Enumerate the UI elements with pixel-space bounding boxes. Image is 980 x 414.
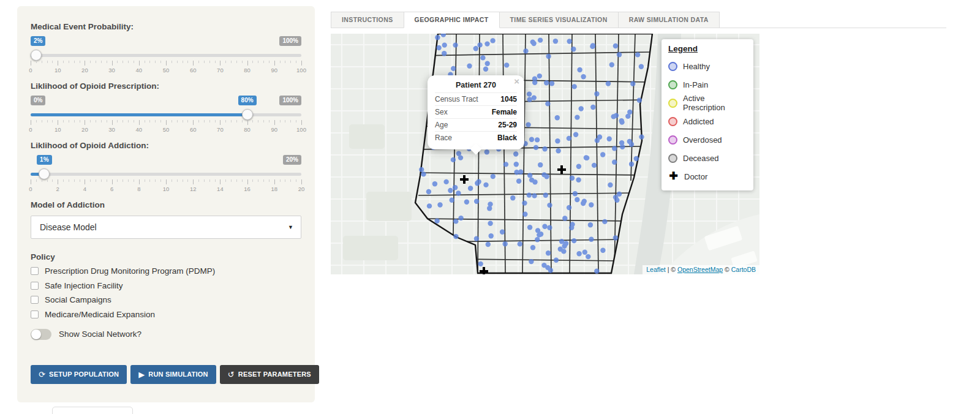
tab-geographic-impact[interactable]: GEOGRAPHIC IMPACT — [404, 12, 500, 28]
popup-close-icon[interactable]: × — [514, 77, 519, 86]
tab-raw-simulation-data[interactable]: RAW SIMULATION DATA — [618, 12, 720, 28]
legend-item-active-prescription: Active Prescription — [668, 94, 747, 112]
popup-row-sex: SexFemale — [435, 105, 517, 118]
legend-item-healthy: Healthy — [668, 57, 747, 75]
slider-value-badge: 80% — [238, 96, 257, 105]
tab-instructions[interactable]: INSTRUCTIONS — [331, 12, 404, 28]
show-social-network-toggle[interactable] — [31, 329, 51, 340]
chevron-down-icon: ▼ — [288, 224, 293, 230]
slider-track[interactable] — [31, 50, 301, 61]
run-simulation-button[interactable]: ▶ RUN SIMULATION — [130, 365, 216, 384]
healthy-circle-icon — [668, 62, 677, 71]
slider-label: Liklihood of Opioid Prescription: — [31, 81, 301, 91]
slider-opioid-addiction: Liklihood of Opioid Addiction: 0% 20% 1%… — [31, 141, 301, 192]
slider-medical-event-probability: Medical Event Probability: 0% 100% 2% 01… — [31, 22, 301, 73]
legend-item-deceased: Deceased — [668, 149, 747, 167]
popup-title: Patient 270 — [435, 81, 517, 89]
slider-ticks: 0102030405060708090100 — [31, 61, 301, 73]
legend-title: Legend — [668, 44, 747, 53]
checkbox-icon[interactable] — [31, 296, 39, 304]
play-icon: ▶ — [138, 370, 145, 379]
slider-max-badge: 100% — [279, 96, 301, 105]
checkbox-medicare-medicaid-expansion[interactable]: Medicare/Medicaid Expansion — [31, 310, 301, 319]
openstreetmap-link[interactable]: OpenStreetMap — [677, 266, 723, 273]
slider-min-badge: 0% — [31, 96, 45, 105]
legend-item-overdosed: Overdosed — [668, 130, 747, 149]
model-of-addiction-label: Model of Addiction — [31, 200, 301, 209]
show-social-network-row: Show Social Network? — [31, 329, 301, 340]
toggle-knob[interactable] — [31, 329, 41, 339]
leaflet-map[interactable]: × Patient 270 Census Tract1045 SexFemale… — [331, 34, 760, 274]
slider-track[interactable] — [31, 109, 301, 120]
cartodb-link[interactable]: CartoDB — [731, 266, 756, 273]
tab-time-series-visualization[interactable]: TIME SERIES VISUALIZATION — [499, 12, 619, 28]
slider-handle[interactable] — [31, 50, 42, 61]
undo-icon: ↺ — [228, 370, 235, 379]
popup-row-census-tract: Census Tract1045 — [435, 92, 517, 105]
checkbox-icon[interactable] — [31, 267, 39, 275]
action-buttons: ⟳ SETUP POPULATION ▶ RUN SIMULATION ↺ RE… — [31, 365, 301, 384]
refresh-icon: ⟳ — [39, 370, 45, 379]
slider-handle[interactable] — [242, 109, 253, 120]
active-prescription-circle-icon — [668, 99, 677, 108]
map-legend: Legend Healthy In-Pain Active Prescripti… — [662, 39, 753, 190]
popup-row-race: RaceBlack — [435, 131, 517, 144]
in-pain-circle-icon — [668, 80, 677, 89]
policy-checkbox-group: Prescription Drug Monitoring Program (PD… — [31, 266, 301, 319]
checkbox-safe-injection-facility[interactable]: Safe Injection Facility — [31, 281, 301, 290]
slider-handle[interactable] — [39, 168, 50, 179]
slider-value-badge: 2% — [31, 36, 45, 46]
checkbox-icon[interactable] — [31, 282, 39, 290]
slider-label: Medical Event Probability: — [31, 22, 301, 31]
reset-parameters-button[interactable]: ↺ RESET PARAMETERS — [220, 365, 319, 384]
toggle-label: Show Social Network? — [59, 329, 141, 339]
checkbox-social-campaigns[interactable]: Social Campaigns — [31, 295, 301, 304]
app-page: Medical Event Probability: 0% 100% 2% 01… — [0, 0, 980, 414]
slider-max-badge: 20% — [283, 155, 301, 165]
deceased-circle-icon — [668, 154, 677, 163]
overdosed-circle-icon — [668, 135, 677, 145]
leaflet-link[interactable]: Leaflet — [646, 266, 666, 273]
legend-item-addicted: Addicted — [668, 112, 747, 130]
slider-ticks: 02468101214161820 — [31, 179, 301, 192]
slider-opioid-prescription: Liklihood of Opioid Prescription: 0% 100… — [31, 81, 301, 132]
selected-model-value: Disease Model — [40, 222, 97, 232]
map-attribution: Leaflet | © OpenStreetMap © CartoDB — [643, 265, 760, 274]
addicted-circle-icon — [668, 117, 677, 126]
slider-ticks: 0102030405060708090100 — [31, 120, 301, 132]
slider-track[interactable] — [31, 168, 301, 179]
checkbox-pdmp[interactable]: Prescription Drug Monitoring Program (PD… — [31, 266, 301, 276]
popup-row-age: Age25-29 — [435, 118, 517, 131]
legend-item-in-pain: In-Pain — [668, 75, 747, 94]
legend-item-doctor: ✚ Doctor — [668, 167, 747, 186]
cutoff-card — [52, 407, 133, 414]
model-of-addiction-select[interactable]: Disease Model ▼ — [31, 216, 301, 239]
slider-label: Liklihood of Opioid Addiction: — [31, 141, 301, 150]
doctor-cross-icon: ✚ — [668, 171, 679, 182]
slider-max-badge: 100% — [279, 36, 301, 46]
checkbox-icon[interactable] — [31, 310, 39, 318]
controls-panel: Medical Event Probability: 0% 100% 2% 01… — [17, 6, 315, 402]
setup-population-button[interactable]: ⟳ SETUP POPULATION — [31, 365, 127, 384]
tab-bar: INSTRUCTIONS GEOGRAPHIC IMPACT TIME SERI… — [331, 12, 720, 28]
slider-value-badge: 1% — [37, 155, 51, 165]
patient-popup: × Patient 270 Census Tract1045 SexFemale… — [428, 75, 524, 149]
policy-label: Policy — [31, 252, 301, 262]
